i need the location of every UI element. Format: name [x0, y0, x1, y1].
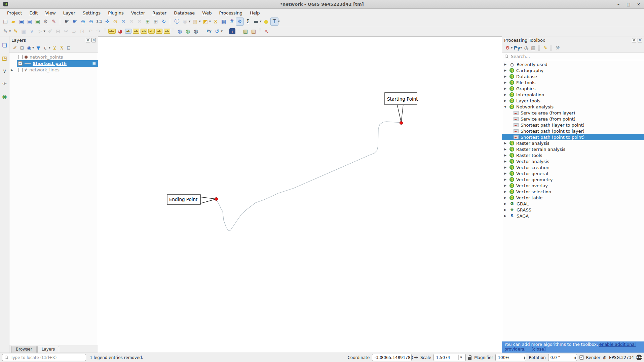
tree-item-service-area-from-point-[interactable]: Service area (from point) — [502, 116, 644, 122]
history-icon[interactable]: ◷ — [523, 44, 530, 51]
chevron-right-icon[interactable]: ▶ — [504, 87, 507, 90]
layer-item-Shortest path[interactable]: ✓Shortest path▦ — [9, 60, 98, 67]
layout-manager-icon[interactable]: ▧ — [250, 27, 258, 35]
field-calculator-icon[interactable]: # — [228, 18, 236, 26]
map-tips-icon[interactable]: ● — [262, 18, 270, 26]
tree-item-raster-tools[interactable]: ▶QRaster tools — [502, 152, 644, 158]
tree-item-raster-analysis[interactable]: ▶QRaster analysis — [502, 140, 644, 146]
layers-float-icon[interactable]: ⧉ — [86, 38, 90, 42]
zoom-full-icon[interactable]: ✛ — [103, 18, 111, 26]
expand-all-icon[interactable]: ⊻ — [51, 44, 58, 51]
style-manager-icon[interactable]: ✎ — [50, 18, 58, 26]
messages-icon[interactable]: ●●● — [636, 355, 642, 360]
chevron-right-icon[interactable]: ▶ — [504, 81, 507, 84]
chevron-right-icon[interactable]: ▶ — [504, 202, 507, 205]
menu-layer[interactable]: Layer — [60, 10, 79, 16]
menu-view[interactable]: View — [42, 10, 60, 16]
open-project-icon[interactable]: ▰ — [9, 18, 17, 26]
chevron-right-icon[interactable]: ▶ — [504, 93, 507, 96]
chevron-down-icon[interactable]: ▼ — [199, 20, 200, 23]
collapse-all-icon[interactable]: ⊼ — [58, 44, 65, 51]
menu-help[interactable]: Help — [246, 10, 264, 16]
project-properties-icon[interactable]: ⚙ — [42, 18, 50, 26]
tree-item-saga[interactable]: ▶SSAGA — [502, 213, 644, 219]
save-project-as-icon[interactable]: ▣ — [26, 18, 34, 26]
menu-plugins[interactable]: Plugins — [104, 10, 127, 16]
add-group-icon[interactable]: ⊞ — [18, 44, 26, 51]
coordinate-input[interactable]: -338065,14891783 — [372, 354, 412, 361]
chevron-right-icon[interactable]: ▶ — [504, 214, 507, 218]
layer-diagram-icon[interactable]: ◕ — [116, 27, 124, 35]
filter-by-expression-icon[interactable]: ε — [42, 44, 49, 51]
crs-status[interactable]: EPSG:32734 — [609, 355, 634, 360]
highlight-pinned-labels-icon[interactable]: ab — [125, 29, 131, 34]
show-hidden-labels-icon[interactable]: ab — [141, 29, 147, 34]
map-canvas[interactable]: Starting PointEnding Point — [98, 36, 502, 353]
zoom-out-icon[interactable]: ⊖ — [87, 18, 95, 26]
advanced-digitizing-panel-icon[interactable]: ∨ — [1, 67, 9, 75]
scale-combobox[interactable]: 1:5074 ▼ — [433, 354, 466, 361]
processing-float-icon[interactable]: ⧉ — [632, 38, 636, 42]
layers-close-icon[interactable]: ✕ — [91, 38, 96, 42]
chevron-right-icon[interactable]: ▶ — [504, 147, 507, 151]
chevron-right-icon[interactable]: ▶ — [504, 63, 507, 66]
metasearch-new-icon[interactable]: ◍ — [176, 27, 184, 35]
georeferencer-icon[interactable]: ▧ — [241, 27, 250, 35]
browser-panel-icon[interactable]: ◳ — [1, 54, 9, 62]
layer-styling-panel-icon[interactable]: ❏ — [1, 41, 9, 49]
python-console-icon[interactable]: Py — [205, 27, 213, 35]
zoom-to-layer-icon[interactable]: ⊙ — [119, 18, 127, 26]
chevron-right-icon[interactable]: ▶ — [504, 166, 507, 169]
processing-close-icon[interactable]: ✕ — [638, 38, 642, 42]
pan-to-selection-icon[interactable]: ☛ — [71, 18, 79, 26]
chevron-right-icon[interactable]: ▶ — [504, 141, 507, 145]
processing-search-bar[interactable]: Search... — [502, 52, 644, 60]
current-edits-icon[interactable]: ✎ — [1, 27, 9, 35]
chevron-right-icon[interactable]: ▶ — [11, 68, 13, 72]
pin-unpin-labels-icon[interactable]: ab — [133, 29, 139, 34]
crs-globe-icon[interactable]: ⊕ — [603, 355, 607, 360]
python-scripts-icon[interactable]: Py — [513, 44, 521, 51]
chevron-down-icon[interactable]: ▼ — [43, 30, 45, 33]
new-3d-map-view-icon[interactable]: ⊞ — [152, 18, 160, 26]
layer-visibility-checkbox[interactable] — [18, 55, 23, 59]
tree-item-vector-general[interactable]: ▶QVector general — [502, 170, 644, 176]
layer-row-body[interactable]: network_points — [17, 54, 98, 60]
new-map-view-icon[interactable]: ⊞ — [144, 18, 152, 26]
edit-features-in-place-icon[interactable]: ✎ — [542, 44, 549, 51]
elevation-profile-icon[interactable]: ∿ — [263, 27, 271, 35]
tree-item-vector-analysis[interactable]: ▶QVector analysis — [502, 158, 644, 164]
toggle-editing-icon[interactable]: ✎ — [11, 27, 20, 35]
layer-row-body[interactable]: √network_lines — [17, 67, 98, 73]
layer-item-network_points[interactable]: network_points — [9, 54, 98, 60]
text-annotation-icon[interactable]: T — [270, 18, 278, 26]
chevron-right-icon[interactable]: ▶ — [504, 69, 507, 72]
chevron-right-icon[interactable]: ▶ — [504, 178, 507, 181]
chevron-right-icon[interactable]: ▶ — [504, 184, 507, 187]
metasearch-refresh-icon[interactable]: ◍ — [184, 27, 192, 35]
remove-layer-icon[interactable]: ⊟ — [65, 44, 72, 51]
layer-labeling-icon[interactable]: abc — [108, 29, 116, 34]
chevron-right-icon[interactable]: ▶ — [504, 172, 507, 175]
maximize-button[interactable]: □ — [626, 2, 631, 7]
spinner-arrows-icon[interactable]: ▲▼ — [574, 356, 576, 359]
tree-item-vector-table[interactable]: ▶QVector table — [502, 195, 644, 201]
move-label-icon[interactable]: ab — [148, 29, 155, 34]
menu-edit[interactable]: Edit — [26, 10, 42, 16]
tree-item-shortest-path-point-to-layer-[interactable]: Shortest path (point to layer) — [502, 128, 644, 134]
tree-item-raster-terrain-analysis[interactable]: ▶QRaster terrain analysis — [502, 146, 644, 152]
save-as-template-icon[interactable]: ▣ — [34, 18, 42, 26]
filter-legend-icon[interactable]: ▼ — [35, 44, 42, 51]
start-point-marker[interactable] — [400, 121, 403, 124]
pan-map-icon[interactable]: ☛ — [63, 18, 71, 26]
chevron-right-icon[interactable]: ▶ — [504, 154, 507, 157]
open-attribute-table-icon[interactable]: ▦ — [220, 18, 228, 26]
change-label-icon[interactable]: ab — [164, 29, 170, 34]
chevron-down-icon[interactable]: ▼ — [48, 46, 50, 49]
tree-item-vector-creation[interactable]: ▶QVector creation — [502, 164, 644, 170]
tree-item-graphics[interactable]: ▶QGraphics — [502, 86, 644, 92]
chevron-right-icon[interactable]: ▶ — [504, 196, 507, 199]
spinner-arrows-icon[interactable]: ▲▼ — [524, 356, 526, 359]
tab-browser[interactable]: Browser — [11, 346, 37, 353]
magnifier-spinner[interactable]: 100% ▲▼ — [495, 354, 526, 361]
